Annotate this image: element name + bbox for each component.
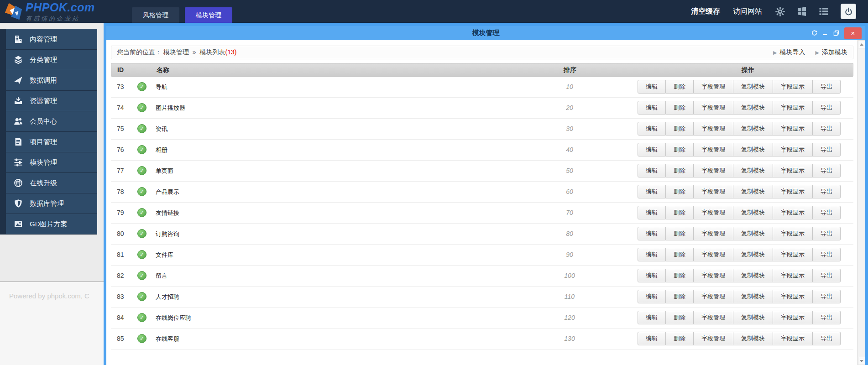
field-display-button[interactable]: 字段显示 — [773, 143, 813, 156]
delete-button[interactable]: 删除 — [666, 332, 694, 345]
delete-button[interactable]: 删除 — [666, 206, 694, 219]
delete-button[interactable]: 删除 — [666, 269, 694, 282]
export-button[interactable]: 导出 — [813, 311, 841, 324]
field-display-button[interactable]: 字段显示 — [773, 206, 813, 219]
export-button[interactable]: 导出 — [813, 227, 841, 240]
maximize-icon[interactable] — [831, 29, 841, 38]
minimize-icon[interactable] — [821, 29, 830, 38]
copy-module-button[interactable]: 复制模块 — [733, 269, 773, 282]
windows-icon[interactable] — [797, 6, 807, 16]
status-enabled-icon[interactable]: ✓ — [137, 334, 146, 343]
edit-button[interactable]: 编辑 — [638, 269, 666, 282]
copy-module-button[interactable]: 复制模块 — [733, 185, 773, 198]
tab-module-manage[interactable]: 模块管理 — [185, 7, 232, 23]
breadcrumb-module-link[interactable]: 模块管理 — [163, 48, 189, 56]
status-enabled-icon[interactable]: ✓ — [137, 103, 146, 112]
edit-button[interactable]: 编辑 — [638, 101, 666, 115]
power-button[interactable] — [841, 4, 856, 19]
delete-button[interactable]: 删除 — [666, 143, 694, 156]
copy-module-button[interactable]: 复制模块 — [733, 227, 773, 240]
edit-button[interactable]: 编辑 — [638, 248, 666, 261]
sidebar-item-内容管理[interactable]: 内容管理 — [6, 29, 97, 50]
field-display-button[interactable]: 字段显示 — [773, 164, 813, 177]
clear-cache-link[interactable]: 清空缓存 — [691, 7, 720, 16]
delete-button[interactable]: 删除 — [666, 101, 694, 115]
field-display-button[interactable]: 字段显示 — [773, 185, 813, 198]
tab-style-manage[interactable]: 风格管理 — [132, 7, 179, 23]
list-icon[interactable] — [819, 6, 829, 16]
field-display-button[interactable]: 字段显示 — [773, 269, 813, 282]
delete-button[interactable]: 删除 — [666, 290, 694, 303]
copy-module-button[interactable]: 复制模块 — [733, 164, 773, 177]
field-display-button[interactable]: 字段显示 — [773, 290, 813, 303]
breadcrumb-list-link[interactable]: 模块列表 — [199, 48, 225, 56]
sidebar-item-GD图片方案[interactable]: GD图片方案 — [6, 214, 97, 234]
copy-module-button[interactable]: 复制模块 — [733, 101, 773, 115]
export-button[interactable]: 导出 — [813, 269, 841, 282]
field-manage-button[interactable]: 字段管理 — [694, 185, 733, 198]
copy-module-button[interactable]: 复制模块 — [733, 290, 773, 303]
field-manage-button[interactable]: 字段管理 — [694, 332, 733, 345]
field-manage-button[interactable]: 字段管理 — [694, 269, 733, 282]
status-enabled-icon[interactable]: ✓ — [137, 124, 146, 133]
sidebar-item-项目管理[interactable]: 项目管理 — [6, 132, 97, 152]
status-enabled-icon[interactable]: ✓ — [137, 292, 146, 301]
copy-module-button[interactable]: 复制模块 — [733, 80, 773, 94]
edit-button[interactable]: 编辑 — [638, 311, 666, 324]
status-enabled-icon[interactable]: ✓ — [137, 82, 146, 91]
field-manage-button[interactable]: 字段管理 — [694, 164, 733, 177]
delete-button[interactable]: 删除 — [666, 227, 694, 240]
copy-module-button[interactable]: 复制模块 — [733, 248, 773, 261]
edit-button[interactable]: 编辑 — [638, 143, 666, 156]
export-button[interactable]: 导出 — [813, 143, 841, 156]
edit-button[interactable]: 编辑 — [638, 80, 666, 94]
edit-button[interactable]: 编辑 — [638, 290, 666, 303]
export-button[interactable]: 导出 — [813, 248, 841, 261]
export-button[interactable]: 导出 — [813, 206, 841, 219]
delete-button[interactable]: 删除 — [666, 248, 694, 261]
field-manage-button[interactable]: 字段管理 — [694, 80, 733, 94]
sidebar-item-模块管理[interactable]: 模块管理 — [6, 152, 97, 173]
export-button[interactable]: 导出 — [813, 101, 841, 115]
field-display-button[interactable]: 字段显示 — [773, 332, 813, 345]
status-enabled-icon[interactable]: ✓ — [137, 208, 146, 217]
copy-module-button[interactable]: 复制模块 — [733, 311, 773, 324]
export-button[interactable]: 导出 — [813, 290, 841, 303]
edit-button[interactable]: 编辑 — [638, 332, 666, 345]
copy-module-button[interactable]: 复制模块 — [733, 206, 773, 219]
export-button[interactable]: 导出 — [813, 332, 841, 345]
edit-button[interactable]: 编辑 — [638, 164, 666, 177]
close-button[interactable]: × — [844, 27, 862, 39]
edit-button[interactable]: 编辑 — [638, 227, 666, 240]
status-enabled-icon[interactable]: ✓ — [137, 145, 146, 154]
copy-module-button[interactable]: 复制模块 — [733, 332, 773, 345]
field-manage-button[interactable]: 字段管理 — [694, 290, 733, 303]
visit-site-link[interactable]: 访问网站 — [733, 7, 762, 16]
field-display-button[interactable]: 字段显示 — [773, 311, 813, 324]
status-enabled-icon[interactable]: ✓ — [137, 229, 146, 238]
export-button[interactable]: 导出 — [813, 164, 841, 177]
field-display-button[interactable]: 字段显示 — [773, 122, 813, 136]
export-button[interactable]: 导出 — [813, 185, 841, 198]
edit-button[interactable]: 编辑 — [638, 185, 666, 198]
field-manage-button[interactable]: 字段管理 — [694, 206, 733, 219]
status-enabled-icon[interactable]: ✓ — [137, 187, 146, 196]
delete-button[interactable]: 删除 — [666, 185, 694, 198]
vertical-scrollbar[interactable] — [857, 40, 865, 365]
field-manage-button[interactable]: 字段管理 — [694, 227, 733, 240]
status-enabled-icon[interactable]: ✓ — [137, 313, 146, 322]
copy-module-button[interactable]: 复制模块 — [733, 143, 773, 156]
sidebar-item-会员中心[interactable]: 会员中心 — [6, 111, 97, 132]
field-display-button[interactable]: 字段显示 — [773, 80, 813, 94]
export-button[interactable]: 导出 — [813, 122, 841, 136]
scroll-up-button[interactable] — [858, 40, 865, 48]
sidebar-item-数据库管理[interactable]: 数据库管理 — [6, 193, 97, 214]
edit-button[interactable]: 编辑 — [638, 206, 666, 219]
edit-button[interactable]: 编辑 — [638, 122, 666, 136]
logo[interactable]: PHPOK.com 有感情的企业站 — [4, 2, 106, 21]
export-button[interactable]: 导出 — [813, 80, 841, 94]
refresh-icon[interactable] — [810, 29, 819, 38]
scroll-down-button[interactable] — [858, 357, 865, 365]
status-enabled-icon[interactable]: ✓ — [137, 166, 146, 175]
delete-button[interactable]: 删除 — [666, 164, 694, 177]
